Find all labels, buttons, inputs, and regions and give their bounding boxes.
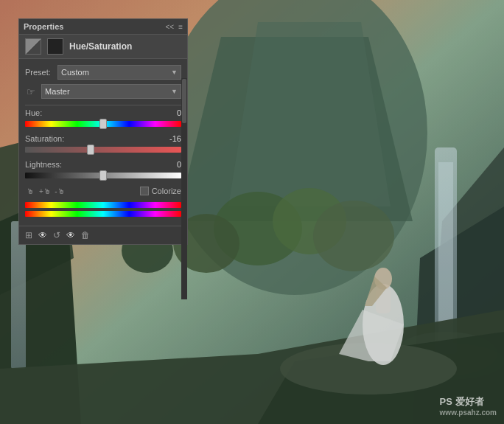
reset-icon[interactable]: ↺ [53, 230, 60, 240]
layer-thumb-gray [25, 38, 41, 55]
collapse-button[interactable]: << [165, 23, 174, 31]
preset-label: Preset: [25, 68, 53, 77]
divider-1 [25, 105, 181, 105]
channel-dropdown-arrow: ▼ [171, 88, 178, 95]
panel-title: Properties [24, 22, 63, 31]
colorize-checkbox[interactable] [140, 187, 149, 195]
hue-value: 0 [163, 108, 181, 117]
saturation-slider-track[interactable] [25, 145, 181, 154]
lightness-label: Lightness: [25, 160, 62, 169]
scrollbar-thumb[interactable] [182, 79, 186, 123]
hue-label-row: Hue: 0 [25, 108, 181, 117]
panel-controls: << ≡ [165, 23, 183, 31]
hue-slider-track[interactable] [25, 119, 181, 128]
colorize-row: 🖱 +🖱 -🖱 Colorize [25, 186, 181, 196]
eyedropper-minus-icon[interactable]: -🖱 [55, 186, 65, 196]
panel-titlebar: Properties << ≡ [19, 19, 187, 35]
watermark-text: PS 爱好者 [440, 395, 497, 409]
lightness-thumb[interactable] [99, 170, 107, 181]
saturation-label: Saturation: [25, 134, 64, 143]
footer-icons: ⊞ 👁 ↺ 👁 🗑 [25, 230, 90, 240]
panel-menu-button[interactable]: ≡ [178, 23, 183, 31]
saturation-label-row: Saturation: -16 [25, 134, 181, 143]
adjustment-title: Hue/Saturation [69, 41, 132, 52]
spectrum-bottom [25, 211, 181, 217]
properties-panel: Properties << ≡ Hue/Saturation Preset: C… [18, 18, 188, 245]
visibility-icon[interactable]: 👁 [38, 230, 47, 240]
panel-header: Hue/Saturation [19, 35, 187, 59]
scrollbar[interactable] [181, 78, 187, 299]
watermark: PS 爱好者 www.psahz.com [440, 395, 497, 417]
lightness-gradient [25, 173, 181, 178]
preset-row: Preset: Custom ▼ [25, 65, 181, 80]
lightness-slider-track[interactable] [25, 171, 181, 180]
hue-section: Hue: 0 [25, 108, 181, 128]
preset-dropdown[interactable]: Custom ▼ [57, 65, 181, 80]
hue-label: Hue: [25, 108, 42, 117]
colorize-container: Colorize [140, 187, 181, 195]
panel-footer: ⊞ 👁 ↺ 👁 🗑 [19, 226, 187, 244]
lightness-section: Lightness: 0 [25, 160, 181, 180]
saturation-value: -16 [163, 134, 181, 143]
saturation-gradient [25, 147, 181, 153]
lightness-label-row: Lightness: 0 [25, 160, 181, 169]
spectrum-top [25, 202, 181, 208]
saturation-thumb[interactable] [87, 145, 94, 155]
saturation-section: Saturation: -16 [25, 134, 181, 154]
hand-tool-icon[interactable]: ☞ [25, 86, 37, 97]
preset-dropdown-arrow: ▼ [171, 69, 178, 76]
channel-dropdown[interactable]: Master ▼ [41, 84, 181, 99]
clip-layer-icon[interactable]: ⊞ [25, 230, 32, 240]
eyedropper-icon[interactable]: 🖱 [25, 186, 35, 196]
delete-icon[interactable]: 🗑 [81, 230, 90, 240]
color-spectrum-row [25, 202, 181, 217]
hue-thumb[interactable] [99, 119, 107, 129]
colorize-label: Colorize [152, 187, 181, 195]
visibility2-icon[interactable]: 👁 [66, 230, 75, 240]
channel-value: Master [45, 87, 70, 96]
preset-value: Custom [61, 68, 89, 77]
lightness-value: 0 [163, 160, 181, 169]
eyedropper-plus-icon[interactable]: +🖱 [40, 186, 50, 196]
channel-row: ☞ Master ▼ [25, 84, 181, 99]
panel-body: Preset: Custom ▼ ☞ Master ▼ Hue: 0 [19, 59, 187, 226]
layer-thumb-black [47, 38, 63, 55]
watermark-sub: www.psahz.com [440, 409, 497, 417]
hue-gradient [25, 121, 181, 127]
